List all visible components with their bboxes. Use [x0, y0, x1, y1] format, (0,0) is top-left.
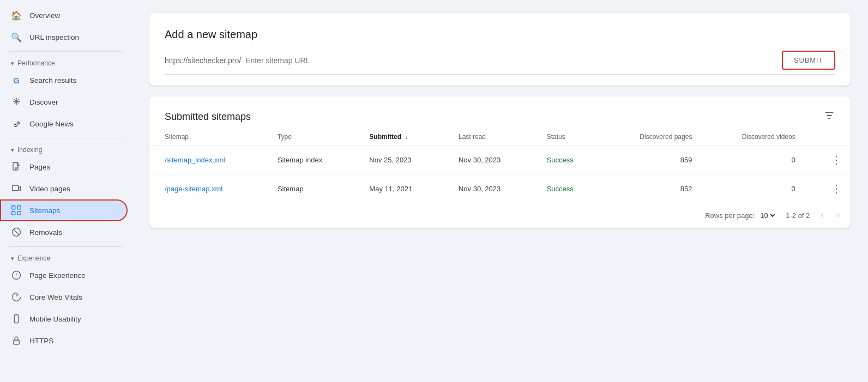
sitemaps-table: Sitemap Type Submitted ↓ Last read Statu…: [149, 129, 851, 203]
section-experience-label: Experience: [17, 254, 50, 262]
row-menu-0[interactable]: ⋮: [804, 145, 851, 174]
sidebar-google-news-label: Google News: [29, 120, 74, 128]
cell-status-1: Success: [532, 174, 599, 203]
prev-page-button[interactable]: ‹: [818, 208, 825, 222]
sidebar-search-results-label: Search results: [29, 76, 76, 84]
sidebar-page-experience-label: Page Experience: [29, 271, 86, 280]
google-news-icon: 🗞: [11, 118, 22, 129]
svg-line-9: [14, 229, 20, 235]
section-experience: ▾ Experience: [0, 250, 132, 264]
sort-arrow-icon: ↓: [405, 134, 408, 140]
col-discovered-videos: Discovered videos: [701, 129, 804, 145]
divider-2: [9, 138, 123, 138]
cell-status-0: Success: [532, 145, 599, 174]
sidebar: 🏠 Overview 🔍 URL inspection ▾ Performanc…: [0, 0, 132, 382]
cell-discovered-videos-0: 0: [701, 145, 804, 174]
core-web-vitals-icon: [11, 292, 22, 302]
section-performance: ▾ Performance: [0, 55, 132, 69]
sidebar-item-url-inspection[interactable]: 🔍 URL inspection: [0, 26, 128, 48]
sidebar-item-mobile-usability[interactable]: Mobile Usability: [0, 308, 128, 330]
col-sitemap: Sitemap: [149, 129, 262, 145]
rows-per-page-label: Rows per page:: [705, 211, 755, 220]
sidebar-removals-label: Removals: [29, 228, 62, 237]
sitemap-url-prefix: https://sitechecker.pro/: [165, 56, 241, 65]
sidebar-item-pages[interactable]: Pages: [0, 156, 128, 178]
submitted-sitemaps-title: Submitted sitemaps: [165, 111, 251, 123]
add-sitemap-title: Add a new sitemap: [165, 28, 835, 41]
sitemap-input-row: https://sitechecker.pro/ SUBMIT: [165, 51, 835, 75]
sidebar-item-video-pages[interactable]: Video pages: [0, 178, 128, 199]
discover-icon: ✳: [11, 96, 22, 107]
col-discovered-pages: Discovered pages: [599, 129, 701, 145]
page-info: 1-2 of 2: [786, 211, 810, 220]
search-icon: 🔍: [11, 32, 22, 43]
mobile-usability-icon: [11, 313, 22, 324]
sidebar-item-discover[interactable]: ✳ Discover: [0, 91, 128, 113]
submit-button[interactable]: SUBMIT: [782, 51, 835, 70]
col-status: Status: [532, 129, 599, 145]
svg-rect-3: [13, 185, 19, 191]
sidebar-discover-label: Discover: [29, 98, 58, 106]
sidebar-item-search-results[interactable]: G Search results: [0, 69, 128, 91]
svg-rect-4: [12, 206, 15, 209]
cell-submitted-1: May 11, 2021: [354, 174, 443, 203]
video-pages-icon: [11, 183, 22, 194]
svg-rect-15: [14, 340, 20, 344]
page-experience-icon: [11, 270, 22, 281]
divider-3: [9, 246, 123, 247]
col-submitted[interactable]: Submitted ↓: [354, 129, 443, 145]
main-content: Add a new sitemap https://sitechecker.pr…: [132, 0, 868, 382]
section-indexing-label: Indexing: [17, 146, 42, 154]
sidebar-item-google-news[interactable]: 🗞 Google News: [0, 113, 128, 135]
sidebar-pages-label: Pages: [29, 163, 50, 171]
sidebar-url-inspection-label: URL inspection: [29, 33, 79, 41]
cell-last-read-1: Nov 30, 2023: [443, 174, 532, 203]
removals-icon: [11, 227, 22, 238]
divider-1: [9, 51, 123, 52]
col-type: Type: [262, 129, 354, 145]
submitted-sitemaps-header: Submitted sitemaps: [149, 96, 851, 129]
table-row: /page-sitemap.xml Sitemap May 11, 2021 N…: [149, 174, 851, 203]
section-performance-label: Performance: [17, 59, 55, 67]
next-page-button[interactable]: ›: [835, 208, 842, 222]
table-row: /sitemap_index.xml Sitemap index Nov 25,…: [149, 145, 851, 174]
sitemaps-icon: [11, 205, 22, 216]
sidebar-mobile-usability-label: Mobile Usability: [29, 315, 81, 323]
col-last-read: Last read: [443, 129, 532, 145]
sidebar-https-label: HTTPS: [29, 337, 53, 345]
sidebar-item-sitemaps[interactable]: Sitemaps: [0, 199, 128, 221]
sidebar-core-web-vitals-label: Core Web Vitals: [29, 293, 82, 301]
cell-type-1: Sitemap: [262, 174, 354, 203]
sidebar-item-https[interactable]: HTTPS: [0, 330, 128, 351]
sidebar-video-pages-label: Video pages: [29, 185, 70, 193]
sitemap-url-input[interactable]: [241, 54, 773, 67]
filter-icon[interactable]: [823, 110, 835, 124]
svg-rect-6: [12, 211, 15, 215]
sidebar-item-overview[interactable]: 🏠 Overview: [0, 4, 128, 26]
cell-last-read-0: Nov 30, 2023: [443, 145, 532, 174]
col-actions: [804, 129, 851, 145]
sidebar-item-core-web-vitals[interactable]: Core Web Vitals: [0, 286, 128, 308]
cell-discovered-pages-0: 859: [599, 145, 701, 174]
cell-submitted-0: Nov 25, 2023: [354, 145, 443, 174]
pages-icon: [11, 161, 22, 172]
google-g-icon: G: [11, 75, 22, 86]
sidebar-item-removals[interactable]: Removals: [0, 221, 128, 243]
home-icon: 🏠: [11, 10, 22, 21]
sidebar-overview-label: Overview: [29, 11, 60, 20]
cell-discovered-pages-1: 852: [599, 174, 701, 203]
sidebar-item-page-experience[interactable]: Page Experience: [0, 264, 128, 286]
cell-sitemap-0: /sitemap_index.xml: [149, 145, 262, 174]
cell-type-0: Sitemap index: [262, 145, 354, 174]
rows-per-page-select[interactable]: 10 25 50: [758, 211, 777, 220]
cell-sitemap-1: /page-sitemap.xml: [149, 174, 262, 203]
submitted-sitemaps-card: Submitted sitemaps Sitemap Type Submitte…: [149, 96, 851, 228]
row-menu-1[interactable]: ⋮: [804, 174, 851, 203]
svg-rect-5: [17, 206, 21, 209]
chevron-indexing: ▾: [11, 147, 14, 154]
https-icon: [11, 335, 22, 346]
chevron-performance: ▾: [11, 60, 14, 67]
section-indexing: ▾ Indexing: [0, 142, 132, 156]
rows-per-page-control: Rows per page: 10 25 50: [705, 211, 777, 220]
svg-rect-7: [17, 211, 21, 215]
